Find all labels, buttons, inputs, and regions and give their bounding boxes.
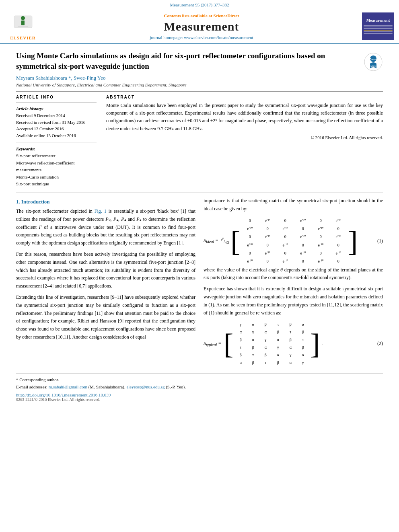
history-item-1: Received in revised form 31 May 2016 [16, 119, 97, 126]
keyword-2: Monte-Carlo simulation [16, 174, 97, 181]
keywords-divider [16, 142, 97, 142]
info-abstract-section: ARTICLE INFO Article history: Received 9… [16, 95, 383, 188]
body-content: 1. Introduction The six-port reflectomet… [16, 197, 383, 367]
email2-name: (S.-P. Yeo). [166, 384, 186, 389]
section1-para1: The six-port reflectometer depicted in F… [16, 207, 195, 247]
keyword-3: Six-port technique [16, 181, 97, 188]
keywords-label: Keywords: [16, 146, 97, 151]
article-info-column: ARTICLE INFO Article history: Received 9… [16, 95, 97, 188]
right-para3: Experience has shown that it is extremel… [204, 285, 383, 317]
article-affiliation: National University of Singapore, Electr… [16, 82, 383, 87]
keyword-0: Six-port reflectometer [16, 152, 97, 160]
abstract-label: ABSTRACT [106, 95, 383, 99]
journal-center-branding: Contents lists available at ScienceDirec… [45, 12, 358, 40]
equation-1: Sideal = ejθ/√3 [ 0 e−jθ 0 e+jθ 0 e−jθ [204, 216, 383, 266]
eq2-label: Stypical = [204, 341, 221, 347]
matrix-2-wrapper: [ γ α β τ β α α γ α β [224, 320, 320, 367]
history-item-0: Received 9 December 2014 [16, 112, 97, 119]
body-right-col: importance is that the scattering matrix… [204, 197, 383, 367]
svg-point-1 [21, 16, 25, 20]
svg-text:Mark: Mark [370, 65, 376, 67]
history-label: Article history: [16, 106, 97, 111]
sciencedirect-name[interactable]: ScienceDirect [213, 13, 239, 18]
matrix-1-body: 0 e−jθ 0 e+jθ 0 e−jθ e−jθ 0 e−jθ 0 e+jθ [240, 216, 348, 266]
eq2-dot: . [321, 341, 323, 347]
svg-text:Cross: Cross [369, 58, 377, 61]
elsevier-brand-text: ELSEVIER [10, 35, 36, 40]
corresponding-author-note: * Corresponding author. [16, 376, 383, 384]
section1-para3: Extending this line of investigation, re… [16, 294, 195, 341]
journal-name: Measurement [164, 20, 239, 33]
elsevier-logo-section: ELSEVIER [5, 12, 41, 40]
cover-journal-name: Measurement [366, 18, 390, 23]
svg-rect-2 [21, 21, 25, 25]
authors-text: Meysam Sabahialshoara *, Swee-Ping Yeo [16, 75, 105, 81]
eq1-prefix: ejθ/√3 [221, 237, 229, 244]
journal-header: ELSEVIER Contents lists available at Sci… [0, 9, 399, 44]
doi-line[interactable]: http://dx.doi.org/10.1016/j.measurement.… [16, 392, 383, 397]
abstract-column: ABSTRACT Monte Carlo simulations have be… [106, 95, 383, 188]
right-para1: importance is that the scattering matrix… [204, 197, 383, 213]
keyword-1: Microwave reflection-coefficient measure… [16, 160, 97, 174]
equation-2: Stypical = [ γ α β τ β α α γ [204, 320, 383, 367]
body-divider [16, 193, 383, 193]
journal-homepage-url: journal homepage: www.elsevier.com/locat… [150, 35, 253, 40]
journal-cover-thumbnail: Measurement [362, 12, 394, 40]
cover-decorative-lines [364, 24, 393, 35]
body-left-col: 1. Introduction The six-port reflectomet… [16, 197, 195, 367]
journal-reference-text: Measurement 95 (2017) 377–382 [170, 2, 229, 7]
page-wrapper: Measurement 95 (2017) 377–382 ELSEVIER C… [0, 0, 399, 408]
issn-line: 0263-2241/© 2016 Elsevier Ltd. All right… [16, 397, 383, 402]
footnote-section: * Corresponding author. E-mail addresses… [16, 374, 383, 401]
section1-para2: For this reason, researchers have been a… [16, 251, 195, 290]
section1-heading: 1. Introduction [16, 199, 195, 205]
sciencedirect-prefix: Contents lists available at [164, 13, 214, 18]
matrix-bracket-left-2: [ [224, 329, 233, 358]
right-para2: where the value of the electrical angle … [204, 266, 383, 282]
title-divider [16, 91, 383, 92]
history-item-3: Available online 13 October 2016 [16, 132, 97, 139]
eq1-label: Sideal = [204, 238, 218, 244]
email2-link[interactable]: eleyeosp@nus.edu.sg [126, 384, 165, 389]
matrix-bracket-left-1: [ [230, 227, 240, 256]
matrix-bracket-right-2: ] [310, 329, 320, 358]
copyright-text: © 2016 Elsevier Ltd. All rights reserved… [106, 135, 383, 140]
history-item-2: Accepted 12 October 2016 [16, 125, 97, 132]
fig1-link[interactable]: Fig. 1 [95, 208, 107, 214]
email-label: E-mail addresses: [16, 384, 47, 389]
doi-link[interactable]: http://dx.doi.org/10.1016/j.measurement.… [16, 392, 111, 397]
journal-reference-bar: Measurement 95 (2017) 377–382 [0, 0, 399, 9]
email1-name: (M. Sabahialshoara), [88, 384, 125, 389]
article-content: Using Monte Carlo simulations as design … [0, 44, 399, 408]
article-authors: Meysam Sabahialshoara *, Swee-Ping Yeo [16, 75, 383, 81]
article-info-label: ARTICLE INFO [16, 95, 97, 99]
crossmark-logo[interactable]: Cross Mark [364, 52, 383, 72]
eq1-number: (1) [373, 238, 383, 244]
matrix-bracket-right-1: ] [348, 227, 358, 256]
sciencedirect-link[interactable]: Contents lists available at ScienceDirec… [164, 13, 239, 18]
abstract-text: Monte Carlo simulations have been employ… [106, 102, 383, 133]
info-divider [16, 103, 97, 103]
email-note: E-mail addresses: m.sabahi@gmail.com (M.… [16, 384, 383, 391]
email1-link[interactable]: m.sabahi@gmail.com [49, 384, 87, 389]
article-title-section: Using Monte Carlo simulations as design … [16, 51, 383, 72]
matrix-1-wrapper: [ 0 e−jθ 0 e+jθ 0 e−jθ e−jθ 0 e−jθ [230, 216, 358, 266]
article-title: Using Monte Carlo simulations as design … [16, 51, 360, 71]
elsevier-logo [6, 12, 40, 35]
corresponding-label: * Corresponding author. [16, 377, 59, 382]
eq2-number: (2) [373, 341, 383, 347]
matrix-2-body: γ α β τ β α α γ α β τ β [233, 320, 310, 367]
